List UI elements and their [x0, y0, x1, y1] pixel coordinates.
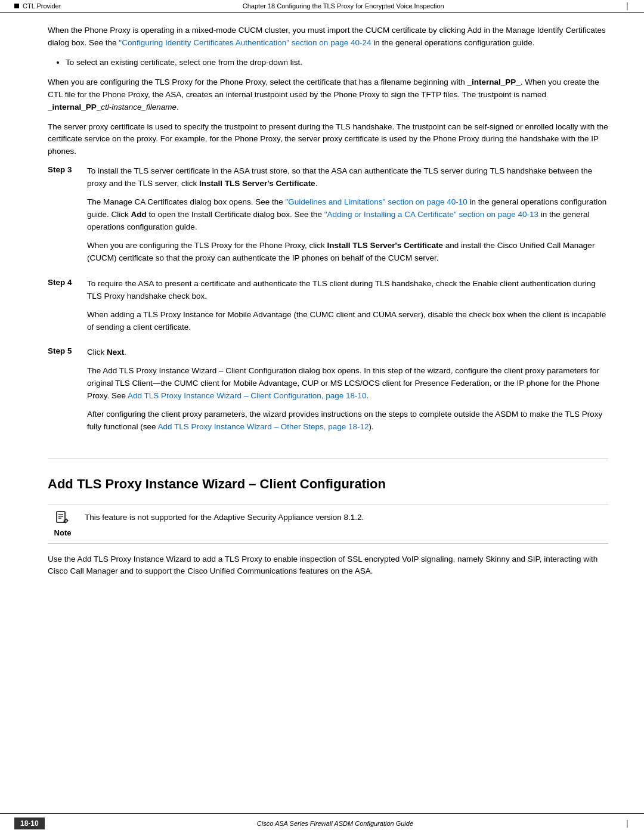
- note-label: Note: [54, 528, 72, 537]
- step-4-label: Step 4: [48, 278, 78, 340]
- link-other-steps[interactable]: Add TLS Proxy Instance Wizard – Other St…: [158, 422, 369, 431]
- step-5-content: Click Next. The Add TLS Proxy Instance W…: [87, 346, 608, 439]
- step-5-row: Step 5 Click Next. The Add TLS Proxy Ins…: [48, 346, 608, 439]
- header-right: │: [626, 2, 630, 10]
- step-5-intro: Click Next.: [87, 346, 608, 359]
- header-square-icon: [14, 4, 19, 8]
- top-content-section: When the Phone Proxy is operating in a m…: [48, 24, 608, 459]
- step-3-install-bold: Install TLS Server's Certificate: [327, 241, 443, 250]
- step-5-para1: The Add TLS Proxy Instance Wizard – Clie…: [87, 365, 608, 402]
- top-header: CTL Provider Chapter 18 Configuring the …: [0, 0, 644, 13]
- footer-page-number: 18-10: [14, 817, 45, 829]
- intro-paragraph-3: The server proxy certificate is used to …: [48, 121, 608, 159]
- bottom-paragraph: Use the Add TLS Proxy Instance Wizard to…: [48, 553, 608, 578]
- step-3-intro: To install the TLS server certificate in…: [87, 165, 608, 190]
- bottom-footer: 18-10 Cisco ASA Series Firewall ASDM Con…: [0, 813, 644, 833]
- step-5-label: Step 5: [48, 346, 78, 439]
- content-area: When the Phone Proxy is operating in a m…: [0, 13, 644, 813]
- step-4-row: Step 4 To require the ASA to present a c…: [48, 278, 608, 340]
- bullet-item-1: To select an existing certificate, selec…: [66, 57, 608, 69]
- header-left-text: CTL Provider: [23, 2, 61, 10]
- step-3-bold: Install TLS Server's Certificate: [199, 179, 315, 188]
- bold-internal-pp-1: _internal_PP_: [467, 78, 520, 86]
- footer-title: Cisco ASA Series Firewall ASDM Configura…: [257, 820, 413, 827]
- step-4-intro: To require the ASA to present a certific…: [87, 278, 608, 303]
- note-box: Note This feature is not supported for t…: [48, 504, 608, 544]
- intro-paragraph-1: When the Phone Proxy is operating in a m…: [48, 24, 608, 49]
- step-3-add-bold: Add: [131, 210, 147, 219]
- link-adding-ca-cert[interactable]: "Adding or Installing a CA Certificate" …: [324, 210, 538, 219]
- note-content: This feature is not supported for the Ad…: [85, 510, 608, 524]
- header-left: CTL Provider: [14, 2, 61, 10]
- step-3-label: Step 3: [48, 165, 78, 270]
- note-icon-area: Note: [48, 510, 78, 537]
- step-5-next-bold: Next: [107, 348, 124, 357]
- intro-paragraph-2: When you are configuring the TLS Proxy f…: [48, 76, 608, 114]
- step-3-row: Step 3 To install the TLS server certifi…: [48, 165, 608, 270]
- bullet-list: To select an existing certificate, selec…: [48, 57, 608, 69]
- step-3-para2: When you are configuring the TLS Proxy f…: [87, 240, 608, 265]
- section-heading: Add TLS Proxy Instance Wizard – Client C…: [48, 476, 608, 493]
- italic-ctl-instance: ctl-instance_filename: [101, 103, 177, 112]
- page-wrapper: CTL Provider Chapter 18 Configuring the …: [0, 0, 644, 833]
- step-4-content: To require the ASA to present a certific…: [87, 278, 608, 340]
- link-guidelines-limitations[interactable]: "Guidelines and Limitations" section on …: [285, 197, 467, 206]
- step-4-para2: When adding a TLS Proxy Instance for Mob…: [87, 309, 608, 334]
- step-3-content: To install the TLS server certificate in…: [87, 165, 608, 270]
- footer-right-separator: │: [626, 820, 630, 827]
- link-client-config[interactable]: Add TLS Proxy Instance Wizard – Client C…: [128, 391, 366, 400]
- bold-internal-pp-2: _internal_PP_: [48, 103, 101, 112]
- step-3-para1: The Manage CA Certificates dialog box op…: [87, 196, 608, 234]
- header-center-text: Chapter 18 Configuring the TLS Proxy for…: [73, 2, 614, 10]
- note-pencil-icon: [54, 510, 71, 527]
- step-5-para2: After configuring the client proxy param…: [87, 408, 608, 433]
- link-identity-certs[interactable]: "Configuring Identity Certificates Authe…: [119, 38, 371, 47]
